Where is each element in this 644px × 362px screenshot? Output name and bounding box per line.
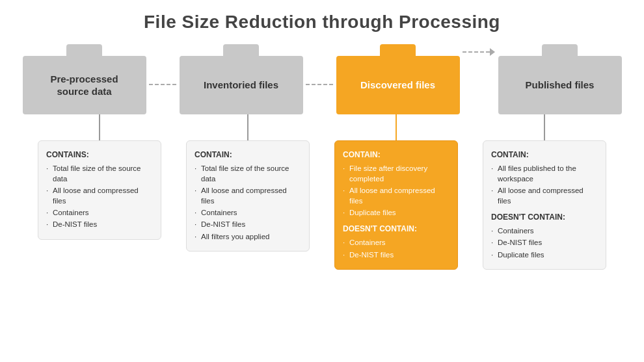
card-2-item-1: Total file size of the source data (195, 163, 301, 184)
card-column-1: CONTAINS: Total file size of the source … (31, 140, 168, 240)
connector-4 (476, 114, 613, 140)
folder-inventoried: Inventoried files (180, 44, 303, 114)
folder-label-published: Published files (526, 79, 595, 92)
card-column-4: CONTAIN: All files published to the work… (476, 140, 613, 270)
folder-label-inventoried: Inventoried files (204, 79, 278, 92)
card-3-doesnt-list: Containers De-NIST files (343, 237, 449, 259)
folder-tab-published (542, 44, 578, 56)
card-column-2: CONTAIN: Total file size of the source d… (180, 140, 316, 252)
arrow-2 (306, 84, 333, 114)
card-2-contain-label: CONTAIN: (195, 149, 301, 161)
folders-row: Pre-processedsource data Inventoried fil… (0, 44, 644, 114)
card-4-contain-list: All files published to the workspace All… (491, 163, 598, 206)
card-1-item-4: De-NIST files (46, 219, 153, 229)
folder-box-published: Published files (498, 56, 622, 114)
folder-tab-discovered (380, 44, 416, 56)
page-wrapper: File Size Reduction through Processing P… (0, 0, 644, 362)
folder-label-pre-processed: Pre-processedsource data (50, 73, 118, 98)
card-4-item-5: Duplicate files (491, 250, 598, 260)
arrow-3 (463, 48, 495, 114)
card-3-item-5: De-NIST files (343, 250, 449, 260)
card-1-contains-label: CONTAINS: (46, 149, 153, 161)
folder-tab-pre-processed (66, 44, 102, 56)
vline-4 (544, 114, 545, 140)
card-3-item-1: File size after discovery completed (343, 163, 449, 184)
folder-tab-inventoried (223, 44, 259, 56)
card-2-item-3: Containers (195, 207, 301, 218)
card-published: CONTAIN: All files published to the work… (483, 140, 606, 270)
folder-published: Published files (498, 44, 622, 114)
card-3-item-2: All loose and compressed files (343, 185, 449, 206)
folder-label-discovered: Discovered files (360, 79, 435, 92)
card-4-doesnt-label: DOESN'T CONTAIN: (491, 211, 598, 223)
card-3-doesnt-label: DOESN'T CONTAIN: (343, 223, 449, 235)
arrow-1 (149, 84, 176, 114)
page-title: File Size Reduction through Processing (0, 0, 644, 39)
card-3-contain-label: CONTAIN: (343, 149, 449, 161)
card-4-item-4: De-NIST files (491, 237, 598, 248)
card-4-contain-label: CONTAIN: (491, 149, 598, 161)
vline-3 (396, 114, 397, 140)
vline-2 (247, 114, 248, 140)
card-3-contain-list: File size after discovery completed All … (343, 163, 449, 218)
card-2-item-5: All filters you applied (195, 231, 301, 242)
card-discovered: CONTAIN: File size after discovery compl… (334, 140, 458, 270)
card-1-item-3: Containers (46, 207, 153, 218)
connector-1 (31, 114, 168, 140)
connector-3 (328, 114, 464, 140)
card-4-item-3: Containers (491, 226, 598, 236)
card-2-item-4: De-NIST files (195, 219, 301, 229)
folder-column-published: Published files (495, 44, 624, 114)
card-column-3: CONTAIN: File size after discovery compl… (328, 140, 464, 270)
card-2-item-2: All loose and compressed files (195, 185, 301, 206)
folder-discovered: Discovered files (336, 44, 460, 114)
cards-row: CONTAINS: Total file size of the source … (0, 140, 644, 270)
card-4-doesnt-list: Containers De-NIST files Duplicate files (491, 226, 598, 259)
folder-column-discovered: Discovered files (333, 44, 463, 114)
folder-box-inventoried: Inventoried files (180, 56, 303, 114)
card-3-item-3: Duplicate files (343, 207, 449, 218)
card-3-item-4: Containers (343, 237, 449, 248)
folder-column-inventoried: Inventoried files (176, 44, 306, 114)
folder-pre-processed: Pre-processedsource data (23, 44, 146, 114)
card-1-item-2: All loose and compressed files (46, 185, 153, 206)
vline-1 (99, 114, 100, 140)
card-pre-processed: CONTAINS: Total file size of the source … (38, 140, 161, 240)
folder-box-discovered: Discovered files (336, 56, 460, 114)
card-2-list: Total file size of the source data All l… (195, 163, 301, 242)
connectors (0, 114, 644, 140)
folder-column-pre-processed: Pre-processedsource data (20, 44, 149, 114)
card-inventoried: CONTAIN: Total file size of the source d… (186, 140, 310, 252)
card-1-item-1: Total file size of the source data (46, 163, 153, 184)
card-4-item-1: All files published to the workspace (491, 163, 598, 184)
connector-2 (180, 114, 316, 140)
card-1-list: Total file size of the source data All l… (46, 163, 153, 230)
folder-box-pre-processed: Pre-processedsource data (23, 56, 146, 114)
card-4-item-2: All loose and compressed files (491, 185, 598, 206)
